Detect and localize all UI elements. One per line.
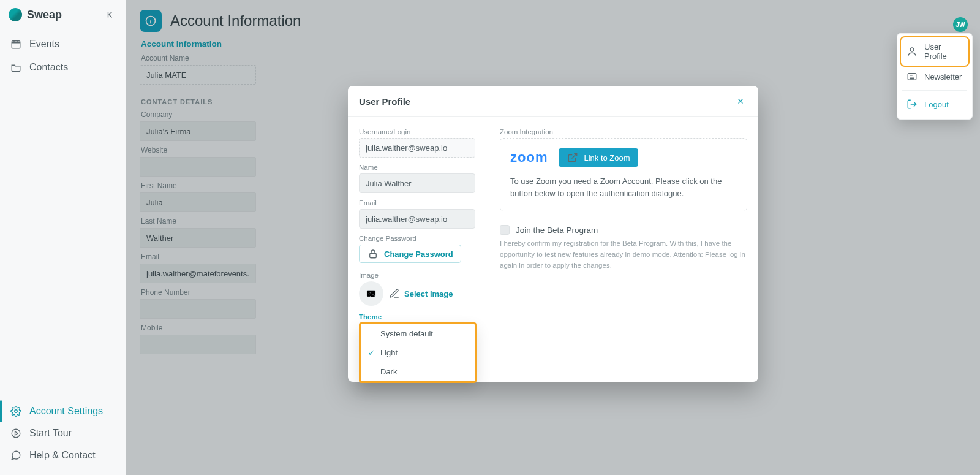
- nav-bottom: Account Settings Start Tour Help & Conta…: [0, 397, 126, 475]
- beta-checkbox[interactable]: [500, 225, 510, 235]
- change-password-button[interactable]: Change Password: [359, 245, 461, 263]
- nav-label: Account Settings: [29, 406, 103, 417]
- sidebar-item-events[interactable]: Events: [4, 33, 122, 55]
- zoom-help-text: To use Zoom you need a Zoom Account. Ple…: [510, 175, 737, 200]
- beta-label: Join the Beta Program: [516, 226, 598, 235]
- gear-icon: [10, 405, 22, 417]
- svg-rect-6: [370, 253, 377, 258]
- close-icon[interactable]: [734, 94, 747, 108]
- modal-header: User Profile: [348, 86, 758, 117]
- sidebar: Sweap Events Contacts Account Settings: [0, 0, 126, 475]
- user-icon: [906, 45, 918, 58]
- svg-point-8: [369, 292, 371, 294]
- menu-item-user-profile[interactable]: User Profile: [901, 37, 968, 66]
- menu-label: Newsletter: [924, 72, 962, 82]
- nav-label: Events: [29, 39, 59, 50]
- nav-label: Contacts: [29, 62, 68, 73]
- label-username: Username/Login: [359, 128, 481, 135]
- newspaper-icon: [906, 70, 918, 83]
- modal-right: Zoom Integration zoom Link to Zoom To us…: [500, 126, 747, 321]
- sidebar-collapse-icon[interactable]: [105, 9, 117, 21]
- input-modal-email[interactable]: [359, 209, 475, 229]
- beta-note: I hereby confirm my registration for the…: [500, 238, 747, 271]
- link-to-zoom-button[interactable]: Link to Zoom: [559, 148, 638, 167]
- nav-top: Events Contacts: [0, 29, 126, 82]
- input-name[interactable]: [359, 173, 475, 193]
- nav-label: Help & Contact: [29, 450, 96, 461]
- menu-divider: [902, 90, 967, 91]
- modal-left: Username/Login Name Email Change Passwor…: [359, 126, 481, 321]
- avatar[interactable]: JW: [953, 17, 968, 32]
- theme-option-dark[interactable]: ✓ Dark: [361, 362, 475, 381]
- label-modal-email: Email: [359, 199, 481, 207]
- brand: Sweap: [0, 0, 126, 29]
- brand-name: Sweap: [27, 9, 62, 21]
- link-label: Select Image: [404, 289, 453, 298]
- menu-item-newsletter[interactable]: Newsletter: [901, 66, 968, 88]
- menu-item-logout[interactable]: Logout: [901, 93, 968, 115]
- main-content: Account Information Account information …: [126, 0, 980, 475]
- theme-option-label: Dark: [380, 367, 397, 376]
- play-circle-icon: [10, 427, 22, 439]
- zoom-logo-icon: zoom: [510, 150, 548, 165]
- zoom-integration-box: zoom Link to Zoom To use Zoom you need a…: [500, 138, 747, 211]
- user-profile-modal: User Profile Username/Login Name Email C…: [348, 86, 758, 382]
- lock-icon: [367, 248, 379, 260]
- input-username[interactable]: [359, 138, 475, 158]
- label-change-password: Change Password: [359, 235, 481, 242]
- svg-rect-0: [12, 41, 20, 48]
- image-placeholder-icon: [359, 281, 383, 306]
- modal-title: User Profile: [359, 96, 410, 107]
- theme-dropdown: ✓ System default ✓ Light ✓ Dark: [359, 322, 477, 383]
- theme-option-label: System default: [380, 329, 433, 338]
- pencil-icon: [388, 287, 401, 300]
- label-theme: Theme: [359, 313, 481, 321]
- sidebar-item-start-tour[interactable]: Start Tour: [4, 422, 122, 444]
- menu-label: Logout: [924, 100, 949, 109]
- check-icon: ✓: [368, 348, 375, 357]
- svg-point-2: [12, 429, 20, 438]
- label-image: Image: [359, 272, 481, 279]
- user-menu: User Profile Newsletter Logout: [897, 33, 973, 120]
- button-label: Link to Zoom: [584, 153, 630, 162]
- button-label: Change Password: [384, 249, 453, 259]
- calendar-icon: [10, 38, 22, 50]
- svg-point-1: [15, 410, 18, 413]
- sidebar-item-account-settings[interactable]: Account Settings: [4, 400, 122, 422]
- nav-label: Start Tour: [29, 428, 72, 439]
- sidebar-item-contacts[interactable]: Contacts: [4, 56, 122, 78]
- label-name: Name: [359, 164, 481, 171]
- theme-option-light[interactable]: ✓ Light: [361, 343, 475, 362]
- svg-point-4: [910, 48, 914, 51]
- external-link-icon: [567, 151, 579, 164]
- chat-help-icon: [10, 449, 22, 462]
- logout-icon: [906, 98, 918, 110]
- folder-icon: [10, 61, 22, 74]
- theme-option-label: Light: [380, 348, 398, 357]
- label-zoom-integration: Zoom Integration: [500, 128, 747, 135]
- select-image-link[interactable]: Select Image: [388, 287, 453, 300]
- sidebar-item-help[interactable]: Help & Contact: [4, 444, 122, 466]
- theme-option-system[interactable]: ✓ System default: [361, 324, 475, 343]
- menu-label: User Profile: [924, 42, 963, 61]
- brand-logo-icon: [9, 8, 22, 21]
